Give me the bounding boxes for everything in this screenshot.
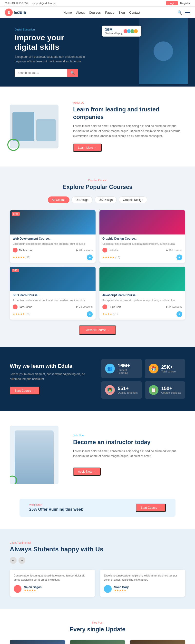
course-image: Free [10,210,96,234]
instructor-title: Become an instructor today [73,438,185,446]
course-rating: ★★★★★ (15) [102,256,120,259]
logo-icon: E [5,8,13,16]
stats-section: Why we learn with Edula Lorem ipsum dolo… [0,347,195,411]
course-add-button[interactable]: + [176,254,182,260]
stat-icon: 👥 [105,364,115,374]
badge-avatars [124,29,138,34]
login-link[interactable]: Login [166,1,178,5]
start-course-button[interactable]: Start Course → [10,386,40,395]
search-input[interactable] [14,69,67,77]
course-title: Web Development Course... [13,237,92,240]
offer-start-button[interactable]: Start Course → [136,504,166,512]
prev-arrow[interactable]: ← [10,557,16,564]
blog-tag: Blog Post [10,621,185,624]
blog-card: SEO Admin | December 04 Topic Computer S… [130,640,185,644]
blog-section: Blog Post Every single Update SEE Admin … [0,609,195,644]
author-name: Tara Johns [19,306,32,308]
stat-label: Student Learning [118,368,138,374]
stats-title: Why we learn with Edula [10,363,94,369]
stat-icon: 📋 [149,385,158,395]
instructor-tag: Join Now [73,434,185,437]
stat-number: 150+ [161,386,181,391]
course-title: Javascript learn Course... [102,294,182,297]
stat-label: Course Subjects [161,391,181,394]
testimonial-card: Excellent consectetuer adipiscing elit i… [100,570,185,597]
stats-grid: 👥 16M+ Student Learning 📚 25K+ Total cou… [101,359,185,399]
course-author: Tara Johns [13,304,32,309]
blog-image [10,640,65,644]
blog-card: SEE Admin | September 10, 2021 Do Learni… [10,640,65,644]
stat-number: 16M+ [118,363,138,368]
testimonials-tag: Client Testimonial [10,541,185,544]
course-add-button[interactable]: + [87,311,92,317]
testimonial-text: Consectetuer ipsum quamt sed da eiusmod … [14,574,91,582]
blog-title: Every single Update [10,626,185,633]
testimonial-avatar [14,585,22,593]
learn-more-button[interactable]: Learn More → [73,144,102,152]
course-stats: ▶ 10 Lessons [166,249,182,252]
course-desc: Excepteur sint occaecat cupidatat non pr… [13,298,92,302]
author-avatar [13,304,18,309]
view-all-button[interactable]: View All Course → [79,326,116,335]
blog-grid: SEE Admin | September 10, 2021 Do Learni… [10,640,185,644]
nav-item-pages[interactable]: Pages [105,11,114,14]
instructor-content: Join Now Become an instructor today Lore… [73,434,185,476]
about-content: About Us Learn from leading and trusted … [73,101,185,152]
testimonial-author: Soko Bory ★★★★★ [104,585,181,593]
register-link[interactable]: Register [180,2,190,5]
course-author: Bob Joe [102,248,118,252]
navbar-icons: 🔍 [178,10,190,15]
navbar-nav: HomeAboutCoursesPagesBlogContact [64,11,140,14]
badge-label: Students Happy [105,32,122,34]
badge-number: 16M [105,28,122,32]
stat-card: 📚 25K+ Total course [145,359,186,378]
blog-image [70,640,125,644]
nav-item-courses[interactable]: Courses [89,11,101,14]
stat-number: 25K+ [161,364,176,370]
author-name: Michael Joe [19,249,34,252]
hero-search-form: 🔍 [14,69,78,77]
course-add-button[interactable]: + [176,311,182,317]
testimonial-name: Soko Bory [114,586,129,589]
tab-ux-design[interactable]: UX Design [94,196,117,203]
author-name: Hugo Bert [109,306,121,308]
course-rating: ★★★★ (21) [102,312,118,316]
hamburger-menu[interactable] [185,11,190,14]
testimonials-nav: ← → [10,557,185,564]
instructor-image [10,426,64,484]
course-badge: Free [12,212,20,216]
author-avatar [13,248,18,252]
course-desc: Excepteur sint occaecat cupidatat non pr… [102,242,182,246]
search-button[interactable]: 🔍 [67,69,78,77]
apply-now-button[interactable]: Apply Now → [73,468,101,476]
course-image: $40 [10,267,96,291]
testimonials-header: Client Testimonial Always Stufents happy… [10,541,185,564]
course-rating: ★★★★★ (25) [13,312,30,316]
navbar-logo[interactable]: E Edula [5,8,26,16]
about-desc: Lorem ipsum dolor sit amet, consectetur … [73,124,185,138]
course-card: $40 SEO learn Course... Excepteur sint o… [10,267,96,320]
stat-card: 👥 16M+ Student Learning [101,359,142,378]
testimonial-card: Consectetuer ipsum quamt sed da eiusmod … [10,570,95,597]
stats-desc: Lorem ipsum dolor sit amet, consectetur … [10,372,94,382]
testimonial-stars: ★★★★★ [24,589,42,592]
courses-title: Explore Popular Courses [10,183,185,190]
hero-badge: 16M Students Happy [102,26,142,36]
nav-item-about[interactable]: About [76,11,84,14]
nav-item-home[interactable]: Home [64,11,72,14]
search-icon[interactable]: 🔍 [178,10,182,15]
instructor-section: Join Now Become an instructor today Lore… [0,411,195,499]
tab-all-course[interactable]: All Course [48,196,70,203]
course-add-button[interactable]: + [87,254,92,260]
nav-item-blog[interactable]: Blog [118,11,125,14]
tab-graphic-design[interactable]: Graphic Design [119,196,147,203]
next-arrow[interactable]: → [18,557,25,564]
stat-label: Total course [161,370,176,373]
hero-description: Excepteur sint occaecat cupidatat non pr… [14,54,88,64]
tab-ui-design[interactable]: UI Design [72,196,92,203]
testimonial-text: Excellent consectetuer adipiscing elit i… [104,574,181,582]
nav-item-contact[interactable]: Contact [129,11,140,14]
stat-label: Quality Teachers [118,391,138,394]
course-rating: ★★★★★ (25) [13,256,30,259]
course-stats: ▶ 24 Lessons [76,305,92,308]
